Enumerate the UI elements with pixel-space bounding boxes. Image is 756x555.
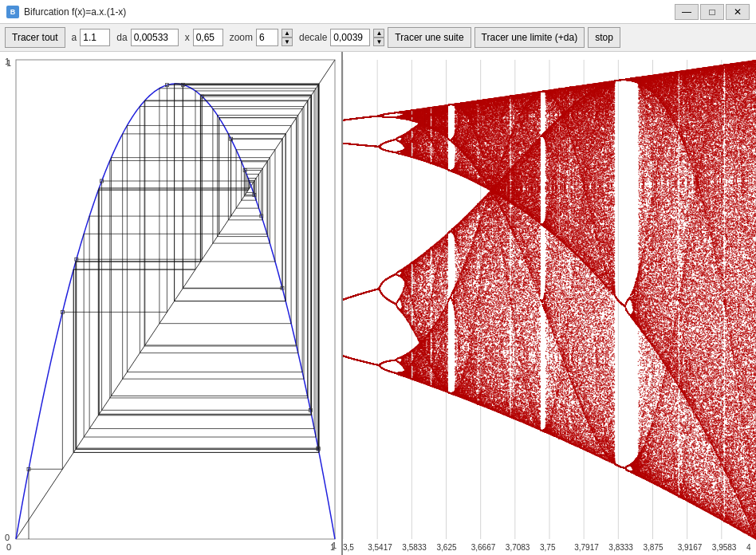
function-canvas bbox=[0, 52, 343, 555]
x-axis-start-label: 0 bbox=[6, 542, 11, 552]
input-a[interactable] bbox=[80, 29, 110, 46]
minimize-button[interactable]: — bbox=[675, 4, 699, 20]
bifurcation-canvas bbox=[343, 52, 756, 555]
stop-button[interactable]: stop bbox=[588, 27, 620, 48]
tracer-limite-button[interactable]: Tracer une limite (+da) bbox=[474, 27, 585, 48]
window-controls: — □ ✕ bbox=[675, 4, 750, 20]
toolbar: Tracer tout a da x zoom ▲ ▼ decale ▲ ▼ T… bbox=[0, 24, 756, 52]
label-zoom: zoom bbox=[230, 32, 253, 43]
decale-down-button[interactable]: ▼ bbox=[373, 37, 384, 46]
right-panel bbox=[343, 52, 756, 555]
label-x: x bbox=[185, 32, 190, 43]
main-area: 1 0 1 bbox=[0, 52, 756, 555]
title-bar: B Bifurcation f(x)=a.x.(1-x) — □ ✕ bbox=[0, 0, 756, 24]
input-zoom[interactable] bbox=[256, 29, 278, 46]
tracer-tout-button[interactable]: Tracer tout bbox=[5, 27, 65, 48]
app-icon: B bbox=[6, 6, 19, 18]
decale-spinner: ▲ ▼ bbox=[373, 29, 384, 46]
label-a: a bbox=[72, 32, 77, 43]
label-da: da bbox=[116, 32, 127, 43]
label-decale: decale bbox=[299, 32, 327, 43]
zoom-down-button[interactable]: ▼ bbox=[282, 37, 293, 46]
zoom-spinner: ▲ ▼ bbox=[282, 29, 293, 46]
input-decale[interactable] bbox=[330, 29, 370, 46]
input-da[interactable] bbox=[131, 29, 179, 46]
input-x[interactable] bbox=[193, 29, 223, 46]
left-panel: 1 0 1 bbox=[0, 52, 343, 555]
x-axis-end-label: 1 bbox=[330, 542, 335, 552]
close-button[interactable]: ✕ bbox=[726, 4, 750, 20]
title-bar-left: B Bifurcation f(x)=a.x.(1-x) bbox=[6, 6, 126, 18]
y-axis-label: 1 bbox=[6, 58, 11, 68]
window-title: Bifurcation f(x)=a.x.(1-x) bbox=[24, 6, 126, 18]
zoom-up-button[interactable]: ▲ bbox=[282, 29, 293, 37]
tracer-suite-button[interactable]: Tracer une suite bbox=[388, 27, 471, 48]
maximize-button[interactable]: □ bbox=[700, 4, 724, 20]
decale-up-button[interactable]: ▲ bbox=[373, 29, 384, 37]
